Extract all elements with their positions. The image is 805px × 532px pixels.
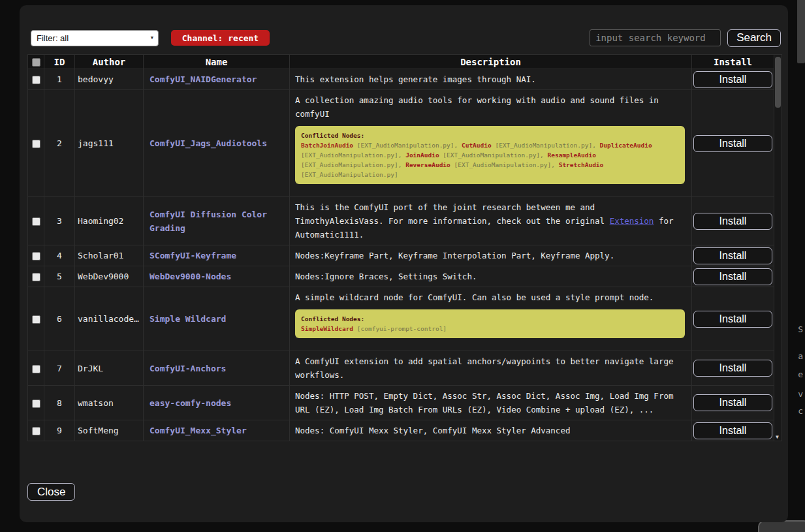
row-name-cell: WebDev9000-Nodes bbox=[144, 266, 290, 287]
install-button[interactable]: Install bbox=[693, 311, 772, 328]
row-name-cell: ComfyUI_Jags_Audiotools bbox=[144, 90, 290, 197]
node-name-link[interactable]: Simple Wildcard bbox=[150, 314, 226, 324]
node-name-link[interactable]: ComfyUI Diffusion Color Grading bbox=[150, 210, 267, 233]
install-button[interactable]: Install bbox=[693, 422, 772, 439]
conflict-node: ResampleAudio bbox=[548, 151, 596, 159]
node-name-link[interactable]: easy-comfy-nodes bbox=[150, 398, 231, 408]
description-link[interactable]: Extension bbox=[610, 216, 654, 226]
row-name-cell: ComfyUI_NAIDGenerator bbox=[144, 69, 290, 90]
search-button[interactable]: Search bbox=[727, 29, 781, 47]
row-checkbox[interactable] bbox=[32, 315, 40, 324]
install-button[interactable]: Install bbox=[693, 135, 772, 152]
row-checkbox[interactable] bbox=[32, 365, 40, 373]
table-row: 9SoftMengComfyUI_Mexx_StylerNodes: Comfy… bbox=[28, 420, 774, 441]
node-name-link[interactable]: ComfyUI_Mexx_Styler bbox=[150, 426, 247, 435]
row-install-cell: Install bbox=[692, 266, 774, 287]
row-id: 1 bbox=[44, 69, 75, 90]
row-author: DrJKL bbox=[75, 351, 144, 386]
row-select-cell bbox=[28, 287, 44, 351]
col-header-select bbox=[28, 55, 44, 69]
row-select-cell bbox=[28, 351, 44, 386]
row-checkbox[interactable] bbox=[32, 252, 40, 260]
table-row: 2jags111ComfyUI_Jags_AudiotoolsA collect… bbox=[28, 90, 774, 197]
row-name-cell: ComfyUI_Mexx_Styler bbox=[144, 420, 290, 441]
col-header-id: ID bbox=[44, 55, 75, 69]
table-body: 1bedovyyComfyUI_NAIDGeneratorThis extens… bbox=[28, 69, 774, 442]
row-checkbox[interactable] bbox=[32, 399, 40, 408]
custom-nodes-table: ID Author Name Description Install 1bedo… bbox=[27, 54, 774, 441]
page-scrollbar-thumb[interactable] bbox=[797, 0, 805, 63]
row-id: 3 bbox=[44, 197, 75, 245]
row-description-cell: Nodes:Ignore Braces, Settings Switch. bbox=[290, 266, 692, 287]
node-name-link[interactable]: ComfyUI-Anchors bbox=[150, 364, 226, 373]
row-author: bedovyy bbox=[75, 69, 144, 90]
conflict-source: [EXT_AudioManipulation.py], bbox=[301, 161, 405, 168]
install-button[interactable]: Install bbox=[693, 360, 772, 377]
conflict-node: DuplicateAudio bbox=[600, 142, 652, 149]
table-viewport: ID Author Name Description Install 1bedo… bbox=[27, 54, 782, 441]
row-name-cell: easy-comfy-nodes bbox=[144, 386, 290, 420]
edge-letter: e bbox=[798, 369, 803, 379]
row-install-cell: Install bbox=[692, 386, 774, 420]
row-description: A ComfyUI extension to add spatial ancho… bbox=[295, 354, 686, 382]
table-row: 3Haoming02ComfyUI Diffusion Color Gradin… bbox=[28, 197, 774, 245]
close-button[interactable]: Close bbox=[27, 483, 75, 501]
col-header-author: Author bbox=[75, 55, 144, 69]
row-select-cell bbox=[28, 197, 44, 245]
table-scrollbar[interactable]: ▼ bbox=[774, 54, 782, 441]
edge-letter: S bbox=[798, 324, 803, 334]
row-description: Nodes:Keyframe Part, Keyframe Interpolat… bbox=[295, 249, 686, 262]
conflict-label: Conflicted Nodes: bbox=[301, 131, 679, 140]
conflict-node: StretchAudio bbox=[559, 161, 604, 168]
filter-select[interactable]: Filter: all bbox=[31, 30, 159, 46]
install-button[interactable]: Install bbox=[693, 213, 772, 230]
row-description-cell: Nodes:Keyframe Part, Keyframe Interpolat… bbox=[290, 245, 692, 266]
row-description: A simple wildcard node for ComfyUI. Can … bbox=[295, 290, 686, 304]
conflict-source: [EXT_AudioManipulation.py], bbox=[450, 161, 559, 168]
page-background: Saevc Filter: all ▾ Channel: recent Sear… bbox=[0, 0, 805, 532]
node-name-link[interactable]: ComfyUI_Jags_Audiotools bbox=[150, 138, 267, 148]
row-name-cell: ComfyUI-Anchors bbox=[144, 351, 290, 386]
row-select-cell bbox=[28, 266, 44, 287]
conflict-box: Conflicted Nodes:BatchJoinAudio [EXT_Aud… bbox=[295, 126, 685, 184]
install-button[interactable]: Install bbox=[693, 394, 772, 411]
table-scrollbar-thumb[interactable] bbox=[775, 57, 781, 108]
conflict-node: JoinAudio bbox=[405, 151, 439, 159]
row-id: 9 bbox=[44, 420, 75, 441]
edge-letter: a bbox=[798, 351, 803, 361]
col-header-name: Name bbox=[144, 55, 290, 69]
row-install-cell: Install bbox=[692, 197, 774, 245]
row-checkbox[interactable] bbox=[32, 140, 40, 148]
search-input[interactable] bbox=[590, 29, 721, 46]
row-description-cell: This is the ComfyUI port of the joint re… bbox=[290, 197, 692, 245]
node-name-link[interactable]: ComfyUI_NAIDGenerator bbox=[150, 74, 257, 84]
scroll-down-arrow-icon[interactable]: ▼ bbox=[776, 434, 779, 440]
conflict-source: [EXT_AudioManipulation.py], bbox=[492, 142, 600, 149]
node-name-link[interactable]: WebDev9000-Nodes bbox=[150, 272, 231, 281]
select-all-checkbox[interactable] bbox=[32, 58, 40, 67]
row-name-cell: Simple Wildcard bbox=[144, 287, 290, 351]
row-checkbox[interactable] bbox=[32, 76, 40, 84]
install-custom-nodes-dialog: Filter: all ▾ Channel: recent Search bbox=[20, 5, 788, 522]
install-button[interactable]: Install bbox=[693, 247, 772, 264]
node-name-link[interactable]: SComfyUI-Keyframe bbox=[150, 251, 236, 260]
row-author: SoftMeng bbox=[75, 420, 144, 441]
row-select-cell bbox=[28, 245, 44, 266]
install-button[interactable]: Install bbox=[693, 268, 772, 285]
conflict-node: ReverseAudio bbox=[405, 161, 450, 168]
install-button[interactable]: Install bbox=[693, 71, 772, 88]
search-group: Search bbox=[590, 29, 781, 47]
row-name-cell: ComfyUI Yolov8 bbox=[144, 441, 290, 442]
row-checkbox[interactable] bbox=[32, 427, 40, 435]
row-description-cell: A collection amazing audio tools for wor… bbox=[290, 90, 692, 197]
row-description: Nodes: ComfyUI Mexx Styler, ComfyUI Mexx… bbox=[295, 424, 686, 437]
row-checkbox[interactable] bbox=[32, 273, 40, 281]
row-author: Haoming02 bbox=[75, 197, 144, 245]
row-description-cell: A ComfyUI extension to add spatial ancho… bbox=[290, 351, 692, 386]
row-name-cell: SComfyUI-Keyframe bbox=[144, 245, 290, 266]
table-row: 6vanillacode314Simple WildcardA simple w… bbox=[28, 287, 774, 351]
row-id: 8 bbox=[44, 386, 75, 420]
row-author: wmatson bbox=[75, 386, 144, 420]
row-checkbox[interactable] bbox=[32, 217, 40, 226]
row-select-cell bbox=[28, 90, 44, 197]
